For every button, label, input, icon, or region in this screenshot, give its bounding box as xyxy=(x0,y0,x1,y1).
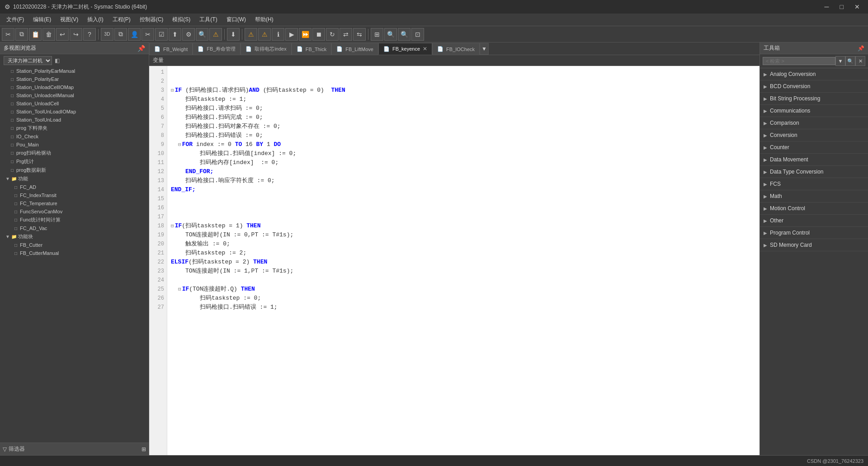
zoom-out-button[interactable]: 🔍 xyxy=(398,28,410,41)
search2-button[interactable]: 🔍 xyxy=(196,28,208,41)
tab-close-button[interactable]: ✕ xyxy=(423,46,427,52)
minimize-button[interactable]: ─ xyxy=(821,2,833,11)
tree-item[interactable]: □Prg统计 xyxy=(0,157,149,166)
zoom-fit-button[interactable]: ⊡ xyxy=(411,28,424,41)
category-motion-control[interactable]: ▶ Motion Control xyxy=(760,202,868,215)
category-counter[interactable]: ▶ Counter xyxy=(760,141,868,154)
category-data-type-conversion[interactable]: ▶ Data Type Conversion xyxy=(760,166,868,178)
tree-item[interactable]: □FB_Cutter xyxy=(0,241,149,249)
tree-item[interactable]: □prog数据刷新 xyxy=(0,166,149,174)
export-button[interactable]: ⬇ xyxy=(227,28,240,41)
upload-button[interactable]: ⬆ xyxy=(169,28,181,41)
copy-button[interactable]: ⧉ xyxy=(15,28,28,41)
warn3-button[interactable]: ⚠ xyxy=(258,28,271,41)
tree-group-func[interactable]: ▼📁功能 xyxy=(0,174,149,183)
tab-fb-keyence[interactable]: 📄 FB_keyence ✕ xyxy=(378,43,432,55)
warn2-button[interactable]: ⚠ xyxy=(245,28,257,41)
undo-button[interactable]: ↩ xyxy=(56,28,69,41)
tree-item[interactable]: □FC_IndexTransit xyxy=(0,191,149,199)
tree-item[interactable]: □Station_UnloadCell xyxy=(0,99,149,108)
tree-item[interactable]: □Station_ToolUnLoad xyxy=(0,116,149,124)
machine-selector[interactable]: 天津力神二封机 xyxy=(4,56,52,65)
scissors-button[interactable]: ✂ xyxy=(142,28,154,41)
window-button[interactable]: ⊞ xyxy=(371,28,383,41)
category-math[interactable]: ▶ Math xyxy=(760,190,868,202)
sidebar-collapse-icon[interactable]: ◧ xyxy=(55,57,60,64)
tab-fb-thick[interactable]: 📄 FB_Thick xyxy=(292,43,331,55)
play-button[interactable]: ▶ xyxy=(285,28,298,41)
fold-icon-4[interactable]: ⊟ xyxy=(178,285,181,294)
category-bit-string[interactable]: ▶ Bit String Processing xyxy=(760,93,868,105)
category-program-control[interactable]: ▶ Program Control xyxy=(760,227,868,239)
tree-item[interactable]: □Station_PolarityEar xyxy=(0,75,149,83)
fold-icon[interactable]: ⊟ xyxy=(171,86,174,95)
tab-fb-iocheck[interactable]: 📄 FB_IOCheck xyxy=(432,43,480,55)
zoom-in-button[interactable]: 🔍 xyxy=(384,28,397,41)
menu-item[interactable]: 编辑(E) xyxy=(28,14,56,25)
tree-item[interactable]: □Station_UnloadCellIOMap xyxy=(0,83,149,91)
help-button[interactable]: ? xyxy=(83,28,96,41)
category-bcd-conversion[interactable]: ▶ BCD Conversion xyxy=(760,80,868,93)
menu-item[interactable]: 文件(F) xyxy=(2,14,28,25)
tree-item[interactable]: □Func统计时间计算 xyxy=(0,216,149,224)
category-conversion[interactable]: ▶ Conversion xyxy=(760,129,868,141)
tree-item[interactable]: □Station_ToolUnLoadIOMap xyxy=(0,108,149,116)
fold-icon-2[interactable]: ⊟ xyxy=(178,140,181,149)
category-analog-conversion[interactable]: ▶ Analog Conversion xyxy=(760,68,868,80)
tree-item[interactable]: □FC_Temperature xyxy=(0,199,149,207)
tree-item[interactable]: □FC_AD_Vac xyxy=(0,224,149,232)
category-other[interactable]: ▶ Other xyxy=(760,215,868,227)
category-comparison[interactable]: ▶ Comparison xyxy=(760,117,868,129)
3d-button[interactable]: 3D xyxy=(101,28,113,41)
category-data-movement[interactable]: ▶ Data Movement xyxy=(760,154,868,166)
code-editor[interactable]: 1 2 3 4 5 6 7 8 9 10 11 12 13 14 15 16 1… xyxy=(149,66,760,455)
category-fcs[interactable]: ▶ FCS xyxy=(760,178,868,190)
toolbox-pin-icon[interactable]: 📌 xyxy=(858,45,864,52)
expand-icon[interactable]: ▼ xyxy=(5,176,10,181)
tree-item[interactable]: □FuncServoCanMov xyxy=(0,207,149,216)
warning-button[interactable]: ⚠ xyxy=(209,28,222,41)
search-dropdown-button[interactable]: ▼ xyxy=(835,56,845,66)
search-go-button[interactable]: 🔍 xyxy=(845,56,855,66)
menu-item[interactable]: 视图(V) xyxy=(56,14,83,25)
category-communications[interactable]: ▶ Communications xyxy=(760,105,868,117)
search-input[interactable] xyxy=(763,57,835,65)
menu-item[interactable]: 工具(T) xyxy=(195,14,222,25)
tab-overflow-button[interactable]: ▼ xyxy=(480,43,489,55)
tree-item[interactable]: □IO_Check xyxy=(0,132,149,141)
tab-fb-life[interactable]: 📄 FB_寿命管理 xyxy=(193,43,241,55)
refresh-button[interactable]: ↻ xyxy=(326,28,339,41)
paste-button[interactable]: 📋 xyxy=(29,28,42,41)
tree-item[interactable]: □Pou_Main xyxy=(0,141,149,149)
stop-button[interactable]: ⏹ xyxy=(312,28,325,41)
category-sd-memory[interactable]: ▶ SD Memory Card xyxy=(760,239,868,251)
tree-item[interactable]: □prog扫码枪驱动 xyxy=(0,149,149,157)
transfer2-button[interactable]: ⇆ xyxy=(353,28,366,41)
search-clear-button[interactable]: ✕ xyxy=(855,56,865,66)
cut-button[interactable]: ✂ xyxy=(2,28,14,41)
menu-item[interactable]: 模拟(S) xyxy=(168,14,195,25)
menu-item[interactable]: 控制器(C) xyxy=(135,14,168,25)
tree-item[interactable]: □Station_UnloadcellManual xyxy=(0,91,149,99)
tab-get-index[interactable]: 📄 取得电芯index xyxy=(241,43,291,55)
tree-item[interactable]: □FB_CutterManual xyxy=(0,249,149,257)
forward-button[interactable]: ⏩ xyxy=(299,28,311,41)
menu-item[interactable]: 工程(P) xyxy=(108,14,135,25)
transfer-button[interactable]: ⇄ xyxy=(340,28,352,41)
fold-icon-3[interactable]: ⊟ xyxy=(171,221,174,231)
settings-button[interactable]: ⚙ xyxy=(182,28,195,41)
code-content[interactable]: ⊟ IF (扫码枪接口.请求扫码) AND (扫码taskstep = 0) T… xyxy=(167,66,760,455)
filter-expand-icon[interactable]: ⊞ xyxy=(142,446,146,452)
redo-button[interactable]: ↪ xyxy=(70,28,82,41)
info-button[interactable]: ℹ xyxy=(272,28,284,41)
tree-item[interactable]: □prog 下料弹夹 xyxy=(0,124,149,132)
tab-fb-weight[interactable]: 📄 FB_Weight xyxy=(149,43,193,55)
maximize-button[interactable]: □ xyxy=(836,2,847,11)
tree-item[interactable]: □FC_AD xyxy=(0,183,149,191)
copy2-button[interactable]: ⧉ xyxy=(114,28,127,41)
check-button[interactable]: ☑ xyxy=(155,28,168,41)
menu-item[interactable]: 窗口(W) xyxy=(222,14,250,25)
expand-icon2[interactable]: ▼ xyxy=(5,234,10,239)
menu-item[interactable]: 插入(I) xyxy=(83,14,108,25)
menu-item[interactable]: 帮助(H) xyxy=(250,14,278,25)
